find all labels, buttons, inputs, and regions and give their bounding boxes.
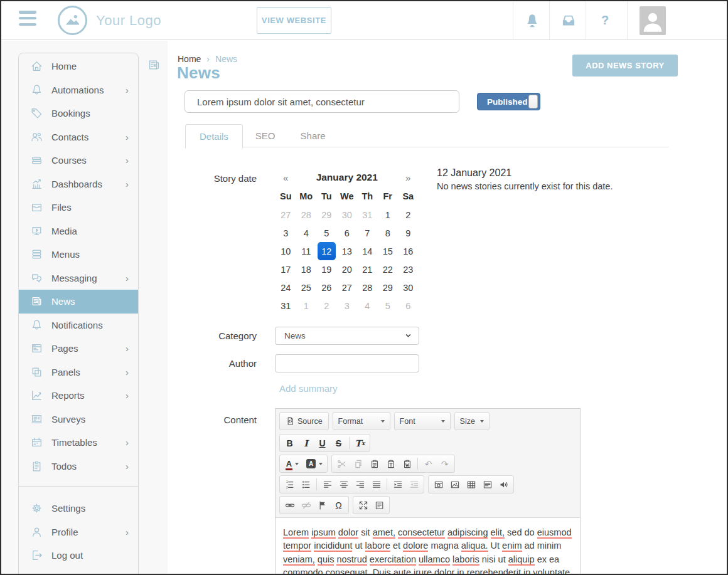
background-color-button[interactable]: A <box>304 456 325 472</box>
sidebar-item-bookings[interactable]: Bookings <box>19 102 138 125</box>
paste-button[interactable] <box>367 456 382 472</box>
strike-through-button[interactable]: S <box>331 436 346 451</box>
sidebar-item-log-out[interactable]: Log out <box>19 544 138 567</box>
align-left-button[interactable] <box>319 477 335 492</box>
calendar-day[interactable]: 6 <box>398 297 419 315</box>
sidebar-item-contacts[interactable]: Contacts› <box>19 125 138 149</box>
calendar-day[interactable]: 22 <box>378 260 399 278</box>
sidebar-item-media[interactable]: Media <box>19 219 138 243</box>
calendar-day[interactable]: 26 <box>316 278 337 297</box>
calendar-prev-icon[interactable]: « <box>276 172 296 183</box>
news-panel-icon[interactable] <box>147 58 161 75</box>
show-blocks-button[interactable] <box>372 498 387 513</box>
calendar-day[interactable]: 3 <box>276 224 296 242</box>
underline-button[interactable]: U <box>314 436 330 451</box>
add-news-story-button[interactable]: ADD NEWS STORY <box>572 55 678 76</box>
sidebar-item-reports[interactable]: Reports› <box>19 384 138 408</box>
calendar-day[interactable]: 20 <box>337 260 358 278</box>
link-button[interactable] <box>282 498 297 513</box>
calendar-day[interactable]: 11 <box>296 242 317 260</box>
sidebar-item-home[interactable]: Home <box>19 55 138 78</box>
help-icon[interactable]: ? <box>587 1 623 40</box>
bold-button[interactable]: B <box>282 436 297 451</box>
calendar-day[interactable]: 13 <box>337 242 358 260</box>
sidebar-item-pages[interactable]: Pages› <box>19 337 138 361</box>
remove-format-button[interactable]: Tx <box>352 436 368 451</box>
tab-share[interactable]: Share <box>288 124 338 148</box>
calendar-day[interactable]: 31 <box>357 206 378 224</box>
author-input[interactable] <box>275 354 419 372</box>
calendar-day[interactable]: 17 <box>276 260 296 278</box>
calendar-day[interactable]: 15 <box>378 242 399 260</box>
iframe-button[interactable] <box>431 477 446 492</box>
calendar-day[interactable]: 21 <box>357 260 378 278</box>
special-character-button[interactable]: Ω <box>331 498 346 513</box>
sidebar-item-settings[interactable]: Settings <box>19 497 138 520</box>
div-container-button[interactable] <box>479 477 495 492</box>
sidebar-item-messaging[interactable]: Messaging› <box>19 266 138 290</box>
calendar-day[interactable]: 29 <box>316 206 337 224</box>
paste-from-word-button[interactable] <box>399 456 415 472</box>
source-button[interactable]: Source <box>282 414 326 429</box>
tab-details[interactable]: Details <box>185 124 243 149</box>
sidebar-item-files[interactable]: Files <box>19 196 138 219</box>
notifications-bell-icon[interactable] <box>515 1 550 40</box>
category-select[interactable]: News <box>275 327 419 345</box>
calendar-next-icon[interactable]: » <box>398 172 419 183</box>
calendar-day[interactable]: 25 <box>296 278 317 297</box>
calendar-day[interactable]: 16 <box>398 242 419 260</box>
paragraph-format-button[interactable]: Format <box>335 414 388 429</box>
table-button[interactable] <box>463 477 479 492</box>
align-justify-button[interactable] <box>368 477 384 492</box>
logo[interactable]: Your Logo <box>58 6 161 35</box>
sidebar-item-surveys[interactable]: Surveys <box>19 408 138 431</box>
calendar-day[interactable]: 5 <box>316 224 337 242</box>
calendar-day[interactable]: 28 <box>357 278 378 297</box>
calendar-day[interactable]: 14 <box>357 242 378 260</box>
calendar-day[interactable]: 28 <box>296 206 317 224</box>
hamburger-menu-icon[interactable] <box>19 11 36 26</box>
calendar-day[interactable]: 29 <box>378 278 399 297</box>
italic-button[interactable]: I <box>298 436 314 451</box>
sidebar-item-timetables[interactable]: Timetables› <box>19 431 138 455</box>
text-color-button[interactable]: A <box>282 456 303 472</box>
sidebar-item-profile[interactable]: Profile› <box>19 520 138 544</box>
editor-content[interactable]: Lorem ipsum dolor sit amet, consectetur … <box>276 518 580 574</box>
calendar-day[interactable]: 27 <box>337 278 358 297</box>
calendar-day[interactable]: 10 <box>276 242 296 260</box>
calendar-day[interactable]: 1 <box>296 297 317 315</box>
calendar-day[interactable]: 4 <box>357 297 378 315</box>
image-button[interactable] <box>447 477 463 492</box>
sidebar-item-automations[interactable]: Automations› <box>19 78 138 102</box>
calendar-day[interactable]: 30 <box>398 278 419 297</box>
published-toggle[interactable]: Published <box>477 93 540 110</box>
sidebar-item-panels[interactable]: Panels› <box>19 361 138 384</box>
calendar-day[interactable]: 31 <box>276 297 296 315</box>
calendar-day[interactable]: 19 <box>316 260 337 278</box>
calendar-day[interactable]: 9 <box>398 224 419 242</box>
calendar-day[interactable]: 27 <box>276 206 296 224</box>
calendar-day[interactable]: 4 <box>296 224 317 242</box>
calendar-day[interactable]: 7 <box>357 224 378 242</box>
add-summary-link[interactable]: Add summary <box>279 383 338 394</box>
calendar-day[interactable]: 3 <box>337 297 358 315</box>
sidebar-item-menus[interactable]: Menus <box>19 243 138 266</box>
maximize-button[interactable] <box>355 498 371 513</box>
avatar[interactable] <box>640 6 666 35</box>
sidebar-item-courses[interactable]: Courses› <box>19 149 138 172</box>
audio-button[interactable] <box>496 477 511 492</box>
calendar-day[interactable]: 2 <box>316 297 337 315</box>
font-size-button[interactable]: Size <box>457 414 487 429</box>
increase-indent-button[interactable] <box>390 477 405 492</box>
align-center-button[interactable] <box>336 477 351 492</box>
sidebar-item-news[interactable]: News <box>19 290 138 314</box>
sidebar-item-notifications[interactable]: Notifications <box>19 314 138 337</box>
anchor-button[interactable] <box>314 498 330 513</box>
calendar-day[interactable]: 8 <box>378 224 399 242</box>
calendar-day[interactable]: 30 <box>337 206 358 224</box>
calendar-day-selected[interactable]: 12 <box>318 242 336 260</box>
calendar-day[interactable]: 18 <box>296 260 317 278</box>
calendar-day[interactable]: 6 <box>337 224 358 242</box>
font-name-button[interactable]: Font <box>397 414 448 429</box>
align-right-button[interactable] <box>352 477 368 492</box>
